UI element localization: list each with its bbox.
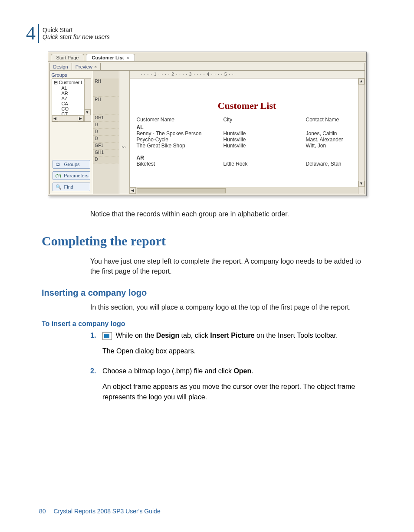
paragraph-notice: Notice that the records within each grou… xyxy=(90,209,364,219)
step-body: Choose a bitmap logo (.bmp) file and cli… xyxy=(102,366,364,408)
cell-city: Huntsville xyxy=(223,143,306,149)
section-d: D xyxy=(93,136,119,143)
cell-contact: Jones, Caitlin xyxy=(306,131,358,137)
step-list: 1. While on the Design tab, click Insert… xyxy=(90,330,364,408)
scroll-down-icon[interactable]: ▼ xyxy=(358,181,365,187)
page-footer: 80 Crystal Reports 2008 SP3 User's Guide xyxy=(39,508,161,515)
step-number: 2. xyxy=(90,366,102,408)
bold: Insert Picture xyxy=(210,332,254,339)
step-2: 2. Choose a bitmap logo (.bmp) file and … xyxy=(90,366,364,408)
tree-root-label: Customer Lis xyxy=(59,80,87,85)
cell-name: Bikefest xyxy=(137,161,223,167)
scroll-track[interactable] xyxy=(136,187,358,194)
step-1: 1. While on the Design tab, click Insert… xyxy=(90,330,364,362)
report-preview: · · · · 1 · · · · 2 · · · · 3 · · · · 4 … xyxy=(130,71,365,194)
close-icon[interactable]: × xyxy=(126,55,129,60)
tree-icon: 🗂 xyxy=(56,162,62,167)
tab-start-page[interactable]: Start Page xyxy=(51,54,85,61)
view-panel: Design Preview × Groups ⊟ Customer Lis A… xyxy=(49,63,365,194)
t: . xyxy=(251,367,253,375)
t: Choose a bitmap logo (.bmp) file and cli… xyxy=(102,367,233,375)
insert-picture-icon xyxy=(102,332,112,340)
section-d: D xyxy=(93,129,119,136)
scroll-up-icon[interactable]: ▲ xyxy=(358,78,365,85)
text: Notice that the records within each grou… xyxy=(90,209,364,219)
section-gf1: GF1 xyxy=(93,143,119,150)
col-contact-name: Contact Name xyxy=(306,117,358,124)
cell-contact: Delaware, Stan xyxy=(306,161,358,167)
step-text: An object frame appears as you move the … xyxy=(102,382,364,402)
t: tab, click xyxy=(179,332,210,339)
cell-city: Huntsville xyxy=(223,137,306,143)
data-row: The Great Bike ShopHuntsvilleWitt, Jon xyxy=(130,143,365,149)
page-number: 80 xyxy=(39,508,46,515)
footer-title: Crystal Reports 2008 SP3 User's Guide xyxy=(53,508,160,515)
document-tabs: Start Page Customer List × xyxy=(48,52,366,62)
cell-contact: Mast, Alexander xyxy=(306,137,358,143)
cell-name: The Great Bike Shop xyxy=(137,143,223,149)
step-body: While on the Design tab, click Insert Pi… xyxy=(102,330,364,362)
ruler-mark: 2 xyxy=(121,146,126,149)
col-city: City xyxy=(223,117,306,124)
group-header-al: AL xyxy=(130,124,365,131)
btn-label: Groups xyxy=(64,162,80,167)
heading-completing: Completing the report xyxy=(42,234,388,248)
ruler-vertical: 2 xyxy=(119,71,130,194)
cell-city: Little Rock xyxy=(223,161,306,167)
tab-label: Preview xyxy=(76,64,92,69)
report-title: Customer List xyxy=(130,78,365,117)
text: You have just one step left to complete … xyxy=(90,256,364,276)
group-tree[interactable]: ⊟ Customer Lis AL AR AZ CA CO CT ▼ ◀ ▶ xyxy=(52,78,91,122)
question-icon: (?) xyxy=(56,173,61,178)
scrollbar-vertical[interactable]: ▲ ▼ xyxy=(358,78,365,194)
data-row: Benny - The Spokes PersonHuntsvilleJones… xyxy=(130,131,365,137)
tab-preview[interactable]: Preview × xyxy=(72,63,101,70)
tab-design[interactable]: Design xyxy=(50,63,72,70)
scrollbar-horizontal[interactable]: ◀ ▶ xyxy=(130,187,365,194)
cell-city: Huntsville xyxy=(223,131,306,137)
scroll-left-icon[interactable]: ◀ xyxy=(52,116,58,121)
bold: Open xyxy=(233,367,251,375)
cell-contact: Witt, Jon xyxy=(306,143,358,149)
btn-label: Find xyxy=(64,184,73,189)
step-text: While on the Design tab, click Insert Pi… xyxy=(102,330,364,341)
scroll-down-icon[interactable]: ▼ xyxy=(84,109,91,115)
sidebar-btn-groups[interactable]: 🗂Groups xyxy=(53,160,90,169)
scroll-right-icon[interactable]: ▶ xyxy=(78,116,84,121)
column-headers: Customer Name City Contact Name xyxy=(130,117,365,124)
sidebar-btn-find[interactable]: 🔍Find xyxy=(53,183,90,191)
sidebar-btn-parameters[interactable]: (?)Parameters xyxy=(53,171,90,180)
groups-label: Groups xyxy=(52,72,91,78)
heading-inserting-logo: Inserting a company logo xyxy=(42,288,388,298)
main-area: Groups ⊟ Customer Lis AL AR AZ CA CO CT … xyxy=(50,70,365,194)
btn-label: Parameters xyxy=(64,173,89,178)
scroll-left-icon[interactable]: ◀ xyxy=(130,187,136,194)
section-d: D xyxy=(93,157,119,163)
bold: Design xyxy=(156,332,179,339)
ruler-horizontal: · · · · 1 · · · · 2 · · · · 3 · · · · 4 … xyxy=(130,71,365,78)
cell-name: Benny - The Spokes Person xyxy=(137,131,223,137)
paragraph: In this section, you will place a compan… xyxy=(90,302,364,312)
text: In this section, you will place a compan… xyxy=(90,302,364,312)
view-tabs: Design Preview × xyxy=(50,63,365,70)
step-text: Choose a bitmap logo (.bmp) file and cli… xyxy=(102,366,364,376)
tab-label: Customer List xyxy=(92,55,124,60)
header-line2: Quick start for new users xyxy=(43,33,110,40)
cell-name: Psycho-Cycle xyxy=(137,137,223,143)
data-row: BikefestLittle RockDelaware, Stan xyxy=(130,161,365,167)
sidebar: Groups ⊟ Customer Lis AL AR AZ CA CO CT … xyxy=(50,71,93,194)
tab-label: Start Page xyxy=(56,55,79,60)
scroll-thumb[interactable] xyxy=(137,188,226,193)
close-icon[interactable]: × xyxy=(94,64,97,69)
tab-customer-list[interactable]: Customer List × xyxy=(86,54,135,61)
scrollbar-horizontal[interactable]: ◀ ▶ xyxy=(52,115,84,121)
search-icon: 🔍 xyxy=(56,184,62,189)
section-markers: RH PH GH1 D D D GF1 GH1 D xyxy=(93,71,119,194)
page-header: 4 Quick Start Quick start for new users xyxy=(26,24,388,43)
t: on the Insert Tools toolbar. xyxy=(255,332,338,339)
screenshot-crystal-reports: Start Page Customer List × Design Previe… xyxy=(48,52,367,196)
sidebar-buttons: 🗂Groups (?)Parameters 🔍Find xyxy=(50,157,93,194)
paragraph: You have just one step left to complete … xyxy=(90,256,364,276)
section-gh1: GH1 xyxy=(93,115,119,122)
step-number: 1. xyxy=(90,330,102,362)
